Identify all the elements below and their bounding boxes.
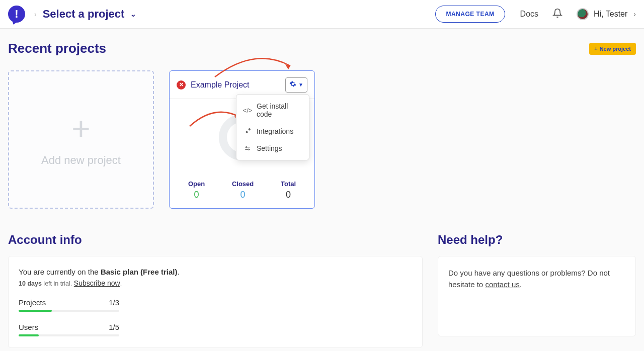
project-settings-dropdown: </> Get install code Integrations Settin… <box>236 94 309 160</box>
projects-quota-label: Projects <box>19 298 46 307</box>
users-quota-label: Users <box>19 323 38 331</box>
projects-quota: Projects 1/3 <box>19 298 119 312</box>
chevron-down-icon: ⌄ <box>130 10 136 18</box>
stat-closed-value: 0 <box>232 190 254 200</box>
manage-team-button[interactable]: MANAGE TEAM <box>435 6 505 23</box>
trial-period: . <box>120 280 122 287</box>
svg-point-1 <box>248 149 249 150</box>
stat-closed-label: Closed <box>232 180 254 188</box>
project-stats: Open 0 Closed 0 Total 0 <box>170 170 314 208</box>
code-icon: </> <box>244 107 252 114</box>
plan-suffix: . <box>177 268 179 276</box>
stat-open: Open 0 <box>188 180 205 200</box>
contact-us-link[interactable]: contact us <box>485 280 519 289</box>
project-card[interactable]: ✕ Example Project ▼ </> Get install code <box>169 70 315 209</box>
caret-down-icon: ▼ <box>298 82 303 87</box>
help-text-suffix: . <box>520 280 522 289</box>
stat-total-label: Total <box>281 180 296 188</box>
project-selector-label: Select a project <box>43 8 125 21</box>
account-info-title: Account info <box>8 233 423 247</box>
stat-closed: Closed 0 <box>232 180 254 200</box>
avatar <box>577 8 589 20</box>
plus-icon: + <box>594 46 597 52</box>
plan-name: Basic plan (Free trial) <box>101 268 178 276</box>
project-name[interactable]: Example Project <box>191 80 280 90</box>
plan-line: You are currently on the Basic plan (Fre… <box>19 268 412 276</box>
notifications-bell-icon[interactable] <box>552 8 562 20</box>
trial-text: left in trial. <box>42 280 74 287</box>
menu-install-code-label: Get install code <box>257 102 302 118</box>
app-header: ! › Select a project ⌄ MANAGE TEAM Docs … <box>0 0 644 29</box>
account-info-panel: You are currently on the Basic plan (Fre… <box>8 256 423 348</box>
user-menu[interactable]: Hi, Tester › <box>577 8 636 20</box>
stat-total: Total 0 <box>281 180 296 200</box>
plan-prefix: You are currently on the <box>19 268 101 276</box>
help-text-prefix: Do you have any questions or problems? D… <box>448 269 610 289</box>
app-logo[interactable]: ! <box>8 6 25 23</box>
help-text: Do you have any questions or problems? D… <box>448 268 625 290</box>
gear-icon <box>289 80 296 89</box>
subscribe-link[interactable]: Subscribe now <box>74 279 120 287</box>
new-project-label: New project <box>600 46 631 52</box>
projects-quota-bar <box>19 310 119 312</box>
project-selector[interactable]: Select a project ⌄ <box>43 8 137 21</box>
main-content: Recent projects + New project + Add new … <box>0 29 644 351</box>
project-settings-button[interactable]: ▼ <box>285 77 307 93</box>
menu-integrations-label: Integrations <box>257 127 293 135</box>
trial-days: 10 days <box>19 280 42 287</box>
plug-icon <box>244 128 252 135</box>
need-help-title: Need help? <box>438 233 636 247</box>
sliders-icon <box>244 145 252 152</box>
recent-projects-title: Recent projects <box>8 41 106 56</box>
svg-point-0 <box>246 147 247 148</box>
stat-open-label: Open <box>188 180 205 188</box>
trial-line: 10 days left in trial. Subscribe now. <box>19 279 412 287</box>
user-greeting: Hi, Tester <box>594 10 627 19</box>
stat-open-value: 0 <box>188 190 205 200</box>
projects-quota-value: 1/3 <box>109 298 119 307</box>
users-quota-bar <box>19 334 119 336</box>
menu-install-code[interactable]: </> Get install code <box>236 98 309 123</box>
docs-link[interactable]: Docs <box>520 10 538 19</box>
status-error-icon: ✕ <box>177 80 186 90</box>
add-new-project-card[interactable]: + Add new project <box>8 70 154 209</box>
menu-settings[interactable]: Settings <box>236 140 309 157</box>
breadcrumb-separator-icon: › <box>34 10 37 18</box>
plus-icon: + <box>71 113 90 145</box>
stat-total-value: 0 <box>281 190 296 200</box>
users-quota-value: 1/5 <box>109 323 119 331</box>
new-project-button[interactable]: + New project <box>589 43 636 55</box>
menu-settings-label: Settings <box>257 144 282 152</box>
menu-integrations[interactable]: Integrations <box>236 123 309 140</box>
chevron-right-icon: › <box>633 10 636 18</box>
add-new-project-label: Add new project <box>41 154 121 167</box>
users-quota: Users 1/5 <box>19 323 119 336</box>
need-help-panel: Do you have any questions or problems? D… <box>438 256 636 336</box>
